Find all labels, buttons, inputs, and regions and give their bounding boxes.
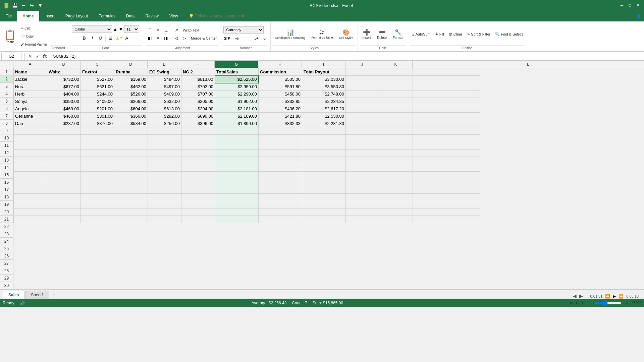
cell-d20[interactable] [114,208,148,216]
cell-e6[interactable]: $613.00 [148,105,181,113]
cell-h7[interactable]: $421.80 [259,113,302,120]
tab-home[interactable]: Home [17,11,39,21]
cell-e7[interactable]: $292.00 [148,113,181,120]
cell-d5[interactable]: $266.00 [114,98,148,105]
cell-k19[interactable] [379,201,413,208]
cell-h20[interactable] [259,208,302,216]
col-header-a[interactable]: A [13,61,47,68]
cell-g14[interactable] [215,164,259,172]
row-header-14[interactable]: 14 [0,164,13,171]
cell-k6[interactable] [379,105,413,113]
col-header-c[interactable]: C [80,61,114,68]
cell-k13[interactable] [379,157,413,164]
cell-i15[interactable] [302,172,346,179]
row-header-17[interactable]: 17 [0,186,13,193]
cell-j2[interactable] [346,76,379,83]
cell-d16[interactable] [114,179,148,186]
cell-f9[interactable] [181,127,215,135]
cell-g13[interactable] [215,157,259,164]
confirm-formula-icon[interactable]: ✓ [35,54,41,59]
row-header-29[interactable]: 29 [0,275,13,282]
cell-j15[interactable] [346,172,379,179]
cell-i14[interactable] [302,164,346,172]
col-header-g[interactable]: G [215,61,258,68]
cell-l12[interactable] [413,149,480,157]
align-middle-button[interactable]: ≡ [154,26,162,34]
cell-j12[interactable] [346,149,379,157]
row-header-10[interactable]: 10 [0,134,13,142]
view-page-layout-button[interactable]: ⊡ [576,301,579,305]
cell-k5[interactable] [379,98,413,105]
cell-c17[interactable] [81,186,114,194]
cell-b10[interactable] [47,135,81,142]
cell-g17[interactable] [215,186,259,194]
cell-k8[interactable] [379,120,413,127]
cell-l13[interactable] [413,157,480,164]
row-header-21[interactable]: 21 [0,216,13,223]
cell-i19[interactable] [302,201,346,208]
cell-b1[interactable]: Waltz [47,68,81,76]
cell-i1[interactable]: Total Payout [302,68,346,76]
cell-e19[interactable] [148,201,181,208]
cell-k11[interactable] [379,142,413,149]
cell-d19[interactable] [114,201,148,208]
tell-me-input[interactable] [196,14,270,18]
cell-k2[interactable] [379,76,413,83]
cell-k15[interactable] [379,172,413,179]
cell-h2[interactable]: $505.00 [259,76,302,83]
cancel-formula-icon[interactable]: ✕ [27,54,33,59]
row-header-26[interactable]: 26 [0,252,13,260]
cell-k3[interactable] [379,83,413,90]
cell-j10[interactable] [346,135,379,142]
delete-button[interactable]: ➖ Delete [375,25,389,43]
cell-d3[interactable]: $462.00 [114,83,148,90]
cell-i10[interactable] [302,135,346,142]
cell-reference-box[interactable] [1,53,21,60]
cell-f11[interactable] [181,142,215,149]
cell-b13[interactable] [47,157,81,164]
align-center-button[interactable]: ≡ [154,35,162,42]
cell-b9[interactable] [47,127,81,135]
row-header-8[interactable]: 8 [0,120,13,127]
cell-e16[interactable] [148,179,181,186]
cell-l2[interactable] [413,76,480,83]
cell-h15[interactable] [259,172,302,179]
tab-review[interactable]: Review [140,11,164,21]
row-header-3[interactable]: 3 [0,83,13,90]
cell-a12[interactable] [14,149,47,157]
cell-c20[interactable] [81,208,114,216]
tab-formulas[interactable]: Formulas [93,11,121,21]
cell-i3[interactable]: $3,550.80 [302,83,346,90]
cell-h17[interactable] [259,186,302,194]
cell-g3[interactable]: $2,959.00 [215,83,259,90]
paste-button[interactable]: 📋 Paste [1,23,18,50]
cell-l6[interactable] [413,105,480,113]
align-top-button[interactable]: ⊤ [146,26,154,34]
cell-h14[interactable] [259,164,302,172]
cell-l14[interactable] [413,164,480,172]
merge-center-button[interactable]: Merge & Center [189,35,219,42]
corner-cell[interactable] [0,61,13,68]
cut-button[interactable]: ✂ Cut [19,25,49,32]
cell-c14[interactable] [81,164,114,172]
minimize-button[interactable]: ─ [619,2,625,9]
cell-c4[interactable]: $244.00 [81,90,114,98]
col-header-h[interactable]: H [258,61,302,68]
cell-b5[interactable]: $390.00 [47,98,81,105]
cell-l10[interactable] [413,135,480,142]
cell-k12[interactable] [379,149,413,157]
cell-e21[interactable] [148,216,181,223]
cell-h11[interactable] [259,142,302,149]
rewind-button[interactable]: ⏪ [605,294,610,299]
cell-b16[interactable] [47,179,81,186]
fill-color-button[interactable]: ▲ [115,35,122,42]
cell-c15[interactable] [81,172,114,179]
increase-decimal-button[interactable]: .0+ [253,35,260,42]
cell-i8[interactable]: $2,231.33 [302,120,346,127]
undo-button[interactable]: ↩ [20,2,27,9]
dollar-button[interactable]: $▼ [223,35,232,42]
cell-b6[interactable]: $469.00 [47,105,81,113]
col-header-d[interactable]: D [114,61,148,68]
cell-b18[interactable] [47,194,81,201]
cell-c16[interactable] [81,179,114,186]
